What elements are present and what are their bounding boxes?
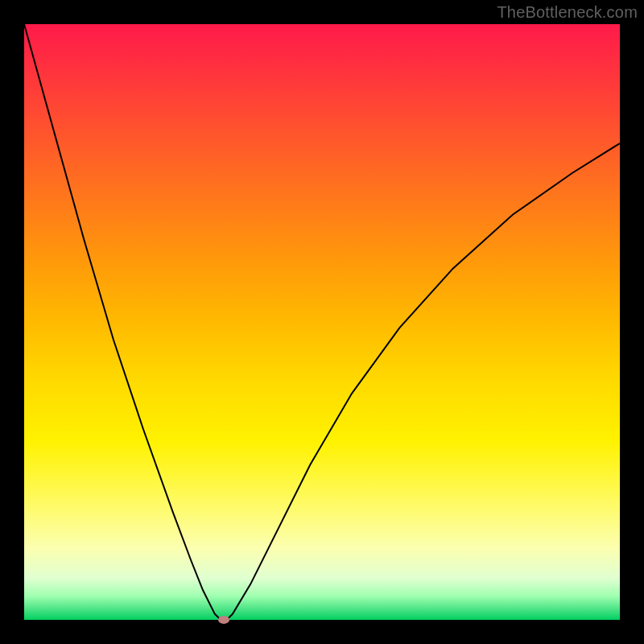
chart-container: TheBottleneck.com [0,0,644,644]
watermark-text: TheBottleneck.com [497,3,638,22]
curve-svg [24,24,620,620]
plot-area [24,24,620,620]
optimum-marker [218,616,229,624]
bottleneck-curve [24,24,620,620]
